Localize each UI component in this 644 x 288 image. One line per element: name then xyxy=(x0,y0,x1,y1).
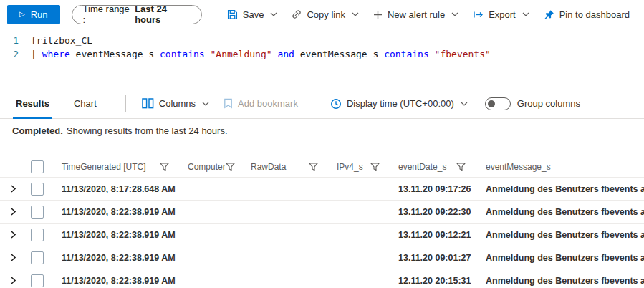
line-number: 1 xyxy=(0,34,19,47)
cell-eventdate: 12.11.20 20:15:31 xyxy=(391,276,477,286)
cell-eventmessage: Anmeldung des Benutzers fbevents an xyxy=(477,276,644,286)
row-checkbox[interactable] xyxy=(31,183,44,196)
header-timegenerated: TimeGenerated [UTC] xyxy=(54,162,181,172)
row-expander[interactable] xyxy=(0,254,26,261)
header-computer: Computer xyxy=(181,162,244,172)
display-time-dropdown[interactable]: Display time (UTC+00:00) xyxy=(323,98,475,110)
copy-link-button[interactable]: Copy link xyxy=(284,3,365,26)
grid-header-row: TimeGenerated [UTC] Computer RawData IPv… xyxy=(0,156,644,178)
filter-icon[interactable] xyxy=(309,163,318,171)
header-label: TimeGenerated [UTC] xyxy=(62,162,146,172)
tab-chart[interactable]: Chart xyxy=(69,89,101,118)
filter-icon[interactable] xyxy=(226,163,235,171)
header-label: RawData xyxy=(251,162,286,172)
chevron-down-icon xyxy=(352,12,359,16)
new-alert-rule-label: New alert rule xyxy=(388,9,445,20)
header-eventmessage: eventMessage_s xyxy=(477,162,644,172)
status-completed: Completed. xyxy=(12,125,63,136)
time-range-label: Time range : xyxy=(83,4,131,25)
pin-to-dashboard-button[interactable]: Pin to dashboard xyxy=(537,3,637,26)
save-label: Save xyxy=(243,9,264,20)
cell-eventmessage: Anmeldung des Benutzers fbevents an xyxy=(477,207,644,217)
header-label: IPv4_s xyxy=(337,162,363,172)
cell-timegenerated: 11/13/2020, 8:22:38.919 AM xyxy=(54,276,181,286)
cell-eventdate: 13.11.20 09:01:27 xyxy=(391,253,477,263)
chevron-down-icon xyxy=(461,102,468,106)
plus-icon xyxy=(373,10,383,19)
clock-icon xyxy=(330,98,342,110)
export-button[interactable]: Export xyxy=(466,3,537,26)
toggle-knob xyxy=(488,100,495,107)
chevron-down-icon xyxy=(202,102,209,106)
query-status-bar: Completed. Showing results from the last… xyxy=(0,119,644,143)
row-checkbox[interactable] xyxy=(31,229,44,241)
line-number: 2 xyxy=(0,47,19,61)
header-label: eventDate_s xyxy=(398,162,446,172)
status-message: Showing results from the last 24 hours. xyxy=(67,125,228,136)
columns-dropdown[interactable]: Columns xyxy=(135,98,216,109)
header-eventdate: eventDate_s xyxy=(391,162,477,172)
cell-timegenerated: 11/13/2020, 8:22:38.919 AM xyxy=(54,230,181,240)
cell-eventmessage: Anmeldung des Benutzers fbevents an xyxy=(477,230,644,240)
copy-link-label: Copy link xyxy=(307,9,345,20)
table-row[interactable]: 11/13/2020, 8:22:38.919 AM 13.11.20 09:2… xyxy=(0,201,644,224)
row-expander[interactable] xyxy=(0,185,26,193)
table-row[interactable]: 11/13/2020, 8:17:28.648 AM 13.11.20 09:1… xyxy=(0,178,644,201)
pin-icon xyxy=(544,9,554,20)
toolbar-divider xyxy=(211,6,211,23)
table-row[interactable]: 11/13/2020, 8:22:38.919 AM 12.11.20 20:1… xyxy=(0,269,644,288)
filter-icon[interactable] xyxy=(456,163,466,171)
row-expander[interactable] xyxy=(0,277,26,284)
chevron-down-icon xyxy=(270,12,277,16)
table-row[interactable]: 11/13/2020, 8:22:38.919 AM 13.11.20 09:1… xyxy=(0,224,644,246)
results-tab-strip: Results Chart Columns Add bookmark xyxy=(0,89,644,119)
pin-to-dashboard-label: Pin to dashboard xyxy=(559,9,630,20)
query-editor[interactable]: 1 fritzbox_CL 2 | where eventMessage_s c… xyxy=(0,29,644,61)
cell-eventmessage: Anmeldung des Benutzers fbevents an xyxy=(477,253,644,263)
row-checkbox[interactable] xyxy=(31,206,44,219)
query-text: | where eventMessage_s contains "Anmeldu… xyxy=(19,47,491,61)
filter-icon[interactable] xyxy=(370,163,380,171)
row-checkbox[interactable] xyxy=(31,251,44,264)
query-line-2: 2 | where eventMessage_s contains "Anmel… xyxy=(0,47,644,61)
time-range-picker[interactable]: Time range : Last 24 hours xyxy=(72,5,202,24)
bookmark-icon xyxy=(224,98,233,109)
header-label: eventMessage_s xyxy=(486,162,551,172)
select-all-checkbox[interactable] xyxy=(31,160,44,173)
row-expander[interactable] xyxy=(0,231,26,239)
cell-timegenerated: 11/13/2020, 8:17:28.648 AM xyxy=(54,184,181,194)
table-row[interactable]: 11/13/2020, 8:22:38.919 AM 13.11.20 09:0… xyxy=(0,246,644,269)
cell-eventdate: 13.11.20 09:12:21 xyxy=(391,230,477,240)
add-bookmark-label: Add bookmark xyxy=(238,98,298,109)
row-expander[interactable] xyxy=(0,208,26,216)
cell-eventmessage: Anmeldung des Benutzers fbevents an xyxy=(477,184,644,194)
columns-icon xyxy=(142,98,154,109)
cell-eventdate: 13.11.20 09:22:30 xyxy=(391,207,477,217)
cell-timegenerated: 11/13/2020, 8:22:38.919 AM xyxy=(54,253,181,263)
query-line-1: 1 fritzbox_CL xyxy=(0,34,644,47)
play-icon: ▷ xyxy=(19,11,25,18)
link-icon xyxy=(292,9,302,19)
save-button[interactable]: Save xyxy=(220,3,285,26)
header-label: Computer xyxy=(188,162,226,172)
chevron-down-icon xyxy=(451,12,458,16)
header-rawdata: RawData xyxy=(244,162,330,172)
filter-icon[interactable] xyxy=(160,163,169,171)
new-alert-rule-button[interactable]: New alert rule xyxy=(366,3,466,26)
export-icon xyxy=(473,10,484,19)
run-label: Run xyxy=(31,9,48,20)
select-all-cell xyxy=(26,160,54,173)
columns-label: Columns xyxy=(159,98,196,109)
tab-results[interactable]: Results xyxy=(11,89,54,118)
run-button[interactable]: ▷ Run xyxy=(7,5,60,24)
row-checkbox[interactable] xyxy=(31,274,44,287)
cell-eventdate: 13.11.20 09:17:26 xyxy=(391,184,477,194)
group-columns-toggle[interactable] xyxy=(485,97,511,110)
query-text: fritzbox_CL xyxy=(19,34,92,47)
results-grid: TimeGenerated [UTC] Computer RawData IPv… xyxy=(0,143,644,288)
display-time-label: Display time (UTC+00:00) xyxy=(347,98,454,109)
group-columns-label: Group columns xyxy=(517,98,580,109)
tabs-divider xyxy=(314,95,314,112)
add-bookmark-button[interactable]: Add bookmark xyxy=(216,98,305,109)
chevron-down-icon xyxy=(522,12,529,16)
